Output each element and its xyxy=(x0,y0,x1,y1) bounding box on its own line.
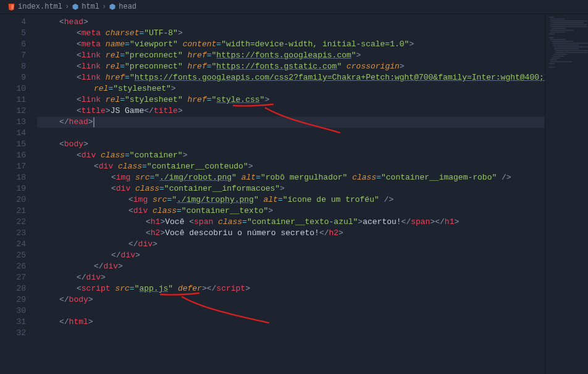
line-number: 10 xyxy=(0,83,37,94)
code-line[interactable]: </div> xyxy=(42,261,545,272)
code-line[interactable]: <link href="https://fonts.googleapis.com… xyxy=(42,72,545,83)
code-line[interactable] xyxy=(42,328,545,339)
code-line[interactable]: <img src="./img/trophy.png" alt="ícone d… xyxy=(42,194,545,206)
code-line[interactable]: </head> xyxy=(42,117,545,128)
code-line[interactable]: <title>JS Game</title> xyxy=(42,106,545,117)
code-line[interactable] xyxy=(42,305,545,317)
html5-icon xyxy=(7,3,15,11)
code-line[interactable]: rel="stylesheet"> xyxy=(42,83,545,94)
line-number: 17 xyxy=(0,161,37,172)
code-line[interactable]: <div class="container"> xyxy=(42,150,545,161)
code-line[interactable]: <link rel="preconnect" href="https://fon… xyxy=(42,61,545,72)
line-number: 20 xyxy=(0,194,37,206)
line-number: 14 xyxy=(0,128,37,139)
breadcrumb-file[interactable]: index.html xyxy=(18,2,62,11)
line-number: 7 xyxy=(0,50,37,61)
breadcrumb[interactable]: index.html › html › head xyxy=(0,0,588,14)
code-line[interactable]: <img src="./img/robot.png" alt="robô mer… xyxy=(42,172,545,183)
line-number: 24 xyxy=(0,239,37,250)
line-number: 13 xyxy=(0,117,37,128)
breadcrumb-path2[interactable]: head xyxy=(119,2,136,11)
line-number: 18 xyxy=(0,172,37,183)
line-number: 6 xyxy=(0,39,37,50)
breadcrumb-sep: › xyxy=(65,2,69,11)
line-gutter: 4567891011121314151617181920212223242526… xyxy=(0,14,37,374)
code-line[interactable]: <script src="app.js" defer></script> xyxy=(42,283,545,294)
cube-icon xyxy=(72,3,79,10)
code-area[interactable]: <head><meta charset="UTF-8"><meta name="… xyxy=(37,14,545,374)
code-line[interactable]: <meta charset="UTF-8"> xyxy=(42,28,545,39)
line-number: 28 xyxy=(0,283,37,294)
line-number: 16 xyxy=(0,150,37,161)
editor-container: index.html › html › head 456789101112131… xyxy=(0,0,588,374)
minimap[interactable] xyxy=(545,14,588,374)
line-number: 32 xyxy=(0,328,37,339)
code-line[interactable]: </div> xyxy=(42,250,545,261)
line-number: 5 xyxy=(0,28,37,39)
code-line[interactable]: <head> xyxy=(42,17,545,28)
code-line[interactable]: </div> xyxy=(42,272,545,283)
code-line[interactable]: <link rel="stylesheet" href="style.css"> xyxy=(42,94,545,106)
line-number: 8 xyxy=(0,61,37,72)
line-number: 11 xyxy=(0,94,37,106)
line-number: 22 xyxy=(0,217,37,228)
code-line[interactable]: </div> xyxy=(42,239,545,250)
code-line[interactable]: <div class="container__texto"> xyxy=(42,206,545,217)
code-line[interactable]: <body> xyxy=(42,139,545,150)
line-number: 19 xyxy=(0,183,37,194)
line-number: 31 xyxy=(0,317,37,328)
cube-icon xyxy=(109,3,116,10)
minimap-content xyxy=(545,14,588,73)
line-number: 21 xyxy=(0,206,37,217)
code-line[interactable]: </body> xyxy=(42,294,545,305)
cursor xyxy=(93,117,94,127)
code-line[interactable]: <h2>Você descobriu o número secreto!</h2… xyxy=(42,228,545,239)
line-number: 12 xyxy=(0,106,37,117)
breadcrumb-path1[interactable]: html xyxy=(82,2,99,11)
line-number: 15 xyxy=(0,139,37,150)
line-number: 9 xyxy=(0,72,37,83)
code-line[interactable]: <link rel="preconnect" href="https://fon… xyxy=(42,50,545,61)
line-number: 23 xyxy=(0,228,37,239)
line-number: 30 xyxy=(0,305,37,317)
code-line[interactable] xyxy=(42,128,545,139)
code-line[interactable]: <meta name="viewport" content="width=dev… xyxy=(42,39,545,50)
breadcrumb-sep: › xyxy=(102,2,106,11)
line-number: 29 xyxy=(0,294,37,305)
line-number: 26 xyxy=(0,261,37,272)
line-number: 27 xyxy=(0,272,37,283)
main-area: 4567891011121314151617181920212223242526… xyxy=(0,14,588,374)
code-line[interactable]: <h1>Você <span class="container__texto-a… xyxy=(42,217,545,228)
code-line[interactable]: </html> xyxy=(42,317,545,328)
line-number: 4 xyxy=(0,17,37,28)
code-line[interactable]: <div class="container__conteudo"> xyxy=(42,161,545,172)
line-number: 25 xyxy=(0,250,37,261)
code-line[interactable]: <div class="container__informacoes"> xyxy=(42,183,545,194)
